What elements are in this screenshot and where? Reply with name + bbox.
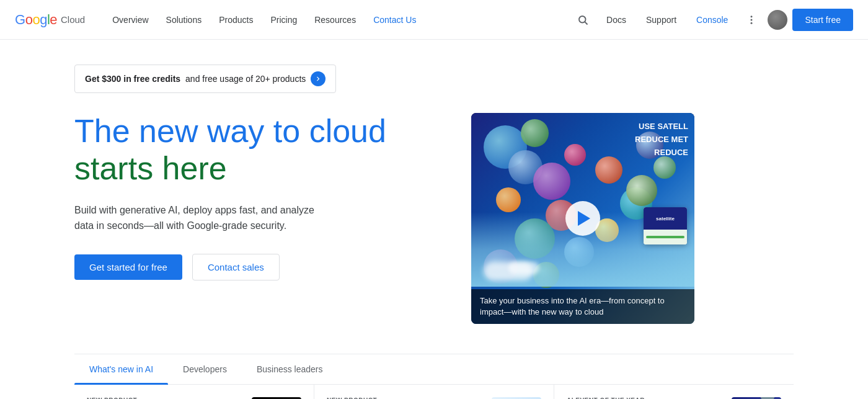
cloud-logo-text: Cloud	[61, 14, 85, 25]
nav-contact[interactable]: Contact Us	[366, 10, 423, 30]
contact-sales-button[interactable]: Contact sales	[192, 254, 280, 280]
hero-video[interactable]: USE SATELL REDUCE MET REDUCE satellite	[471, 113, 694, 324]
tab-whats-new[interactable]: What's new in AI	[74, 354, 168, 384]
play-icon	[578, 211, 590, 226]
tabs-bar: What's new in AI Developers Business lea…	[74, 354, 794, 385]
hero-title-line1: The new way to cloud	[74, 113, 386, 149]
video-background: USE SATELL REDUCE MET REDUCE satellite	[471, 113, 694, 324]
svg-point-0	[579, 16, 586, 23]
nav-pricing[interactable]: Pricing	[263, 10, 304, 30]
hero-title: The new way to cloud starts here	[74, 113, 446, 187]
support-link[interactable]: Support	[639, 10, 684, 30]
svg-line-1	[585, 22, 587, 24]
tabs-section: What's new in AI Developers Business lea…	[74, 354, 794, 399]
user-avatar[interactable]	[768, 10, 787, 30]
svg-point-3	[751, 19, 753, 20]
nav-solutions[interactable]: Solutions	[159, 10, 210, 30]
nav-resources[interactable]: Resources	[307, 10, 363, 30]
hero-description: Build with generative AI, deploy apps fa…	[74, 202, 335, 234]
get-started-button[interactable]: Get started for free	[74, 254, 182, 280]
main-nav: Overview Solutions Products Pricing Reso…	[105, 10, 572, 30]
video-play-button[interactable]	[565, 201, 600, 236]
hero-section: The new way to cloud starts here Build w…	[74, 113, 794, 324]
search-button[interactable]	[572, 9, 594, 31]
nav-products[interactable]: Products	[211, 10, 260, 30]
tab-business[interactable]: Business leaders	[242, 354, 338, 384]
start-free-button[interactable]: Start free	[792, 9, 853, 31]
tab-developers[interactable]: Developers	[168, 354, 242, 384]
hero-title-line2: starts here	[74, 150, 227, 186]
free-credits-banner[interactable]: Get $300 in free credits and free usage …	[74, 65, 336, 93]
nav-overview[interactable]: Overview	[105, 10, 156, 30]
banner-bold-text: Get $300 in free credits	[85, 74, 180, 84]
cards-row: NEW PRODUCT Gemini 2.0: The next chapter…	[74, 385, 794, 399]
console-link[interactable]: Console	[689, 10, 735, 30]
hero-content: The new way to cloud starts here Build w…	[74, 113, 446, 280]
video-text-overlay: USE SATELL REDUCE MET REDUCE	[635, 120, 694, 159]
card-gemini[interactable]: NEW PRODUCT Gemini 2.0: The next chapter…	[74, 385, 314, 399]
more-options-button[interactable]	[740, 9, 763, 31]
svg-point-4	[751, 22, 753, 24]
banner-arrow-icon	[311, 71, 326, 86]
header: Google Cloud Overview Solutions Products…	[0, 0, 868, 40]
google-logo-text: Google	[15, 12, 57, 28]
logo[interactable]: Google Cloud	[15, 12, 85, 28]
hero-buttons: Get started for free Contact sales	[74, 254, 446, 280]
svg-point-2	[751, 16, 753, 17]
video-caption: Take your business into the AI era—from …	[471, 289, 694, 324]
docs-link[interactable]: Docs	[599, 10, 634, 30]
card-cloud-next[interactable]: AI EVENT OF THE YEAR Google Cloud Next i…	[554, 385, 794, 399]
card-agentspace[interactable]: NEW PRODUCT Google Agentspace: Bringing …	[314, 385, 554, 399]
banner-rest-text: and free usage of 20+ products	[185, 74, 306, 84]
header-right: Docs Support Console Start free	[572, 9, 853, 31]
main-content: Get $300 in free credits and free usage …	[0, 40, 868, 399]
